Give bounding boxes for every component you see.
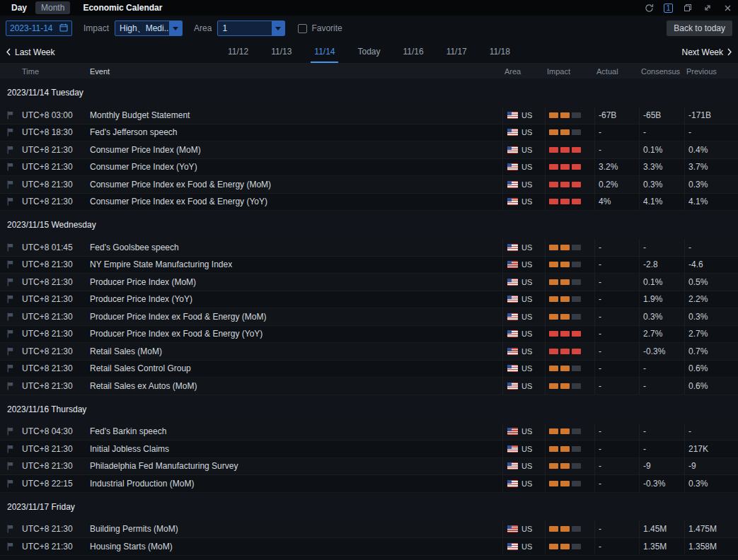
bookmark-flag-icon[interactable] bbox=[7, 462, 13, 470]
bookmark-cell bbox=[0, 445, 20, 453]
day-tab-today[interactable]: Today bbox=[354, 41, 384, 63]
tab-month[interactable]: Month bbox=[35, 1, 70, 14]
event-row[interactable]: UTC+8 18:30Fed's Jefferson speechUS--- bbox=[0, 124, 738, 142]
bookmark-flag-icon[interactable] bbox=[7, 146, 13, 154]
impact-bar bbox=[572, 446, 581, 452]
day-tab-1117[interactable]: 11/17 bbox=[443, 41, 471, 63]
bookmark-flag-icon[interactable] bbox=[7, 243, 13, 252]
back-to-today-button[interactable]: Back to today bbox=[667, 21, 732, 36]
bookmark-flag-icon[interactable] bbox=[7, 382, 13, 390]
bookmark-flag-icon[interactable] bbox=[7, 525, 13, 533]
event-row[interactable]: UTC+8 21:30Initial Jobless ClaimsUS--217… bbox=[0, 441, 738, 458]
filter-bar: 2023-11-14 Impact High、Medi... Area 1 Fa… bbox=[0, 16, 738, 41]
impact-bar bbox=[572, 129, 581, 135]
us-flag-icon bbox=[507, 480, 518, 487]
event-time: UTC+8 21:30 bbox=[20, 381, 85, 391]
event-row[interactable]: UTC+8 21:30Producer Price Index ex Food … bbox=[0, 308, 738, 326]
bookmark-cell bbox=[0, 364, 20, 373]
close-icon[interactable] bbox=[722, 3, 732, 13]
consensus-value: 1.9% bbox=[639, 291, 684, 308]
consensus-value: - bbox=[639, 424, 684, 441]
bookmark-flag-icon[interactable] bbox=[7, 479, 13, 488]
restore-icon[interactable] bbox=[683, 3, 693, 13]
event-time: UTC+8 21:30 bbox=[20, 329, 85, 339]
event-row[interactable]: UTC+8 21:30Producer Price Index (MoM)US-… bbox=[0, 274, 738, 291]
bookmark-flag-icon[interactable] bbox=[7, 347, 13, 356]
day-tab-1112[interactable]: 11/12 bbox=[224, 41, 252, 63]
event-row[interactable]: UTC+8 21:30Retail Sales Control GroupUS-… bbox=[0, 361, 738, 378]
chevron-down-icon bbox=[272, 21, 284, 35]
event-row[interactable]: UTC+8 03:00Monthly Budget StatementUS-67… bbox=[0, 107, 738, 124]
previous-value: - bbox=[684, 424, 738, 441]
bookmark-flag-icon[interactable] bbox=[7, 542, 13, 551]
bookmark-flag-icon[interactable] bbox=[7, 278, 13, 286]
bookmark-flag-icon[interactable] bbox=[7, 197, 13, 206]
event-row[interactable]: UTC+8 21:30Building Permits (MoM)US-1.45… bbox=[0, 521, 738, 539]
area-label: US bbox=[521, 128, 532, 136]
event-name: Retail Sales (MoM) bbox=[85, 346, 502, 356]
event-row[interactable]: UTC+8 21:30Housing Starts (MoM)US-1.35M1… bbox=[0, 538, 738, 556]
event-row[interactable]: UTC+8 21:30Retail Sales (MoM)US--0.3%0.7… bbox=[0, 343, 738, 361]
last-week-button[interactable]: Last Week bbox=[6, 41, 224, 63]
refresh-icon[interactable] bbox=[644, 3, 654, 13]
impact-bar bbox=[572, 245, 581, 250]
impact-bar bbox=[572, 199, 581, 204]
actual-value: - bbox=[594, 475, 639, 492]
bookmark-flag-icon[interactable] bbox=[7, 329, 13, 338]
event-row[interactable]: UTC+8 21:30Consumer Price Index (MoM)US-… bbox=[0, 141, 738, 159]
impact-bar bbox=[572, 262, 581, 267]
us-flag-icon bbox=[507, 244, 518, 251]
date-picker[interactable]: 2023-11-14 bbox=[6, 21, 72, 36]
event-row[interactable]: UTC+8 21:30Philadelphia Fed Manufacturin… bbox=[0, 458, 738, 476]
area-select[interactable]: 1 bbox=[217, 21, 285, 36]
bookmark-flag-icon[interactable] bbox=[7, 427, 13, 436]
consensus-value: - bbox=[639, 441, 684, 457]
event-row[interactable]: UTC+8 22:15Industrial Production (MoM)US… bbox=[0, 475, 738, 493]
impact-select[interactable]: High、Medi... bbox=[115, 21, 183, 36]
impact-indicator bbox=[545, 378, 594, 395]
bookmark-flag-icon[interactable] bbox=[7, 313, 13, 321]
area-filter-label: Area bbox=[194, 23, 212, 33]
impact-bar bbox=[560, 331, 570, 337]
event-row[interactable]: UTC+8 21:30Producer Price Index (YoY)US-… bbox=[0, 291, 738, 309]
actual-value: - bbox=[594, 291, 639, 308]
bookmark-flag-icon[interactable] bbox=[7, 445, 13, 453]
bookmark-flag-icon[interactable] bbox=[7, 128, 13, 136]
tab-day[interactable]: Day bbox=[6, 1, 33, 14]
bookmark-flag-icon[interactable] bbox=[7, 364, 13, 373]
layout-count-badge[interactable]: 1 bbox=[664, 4, 673, 13]
day-tab-1118[interactable]: 11/18 bbox=[486, 41, 514, 63]
day-tab-group: 11/12 11/13 11/14 Today 11/16 11/17 11/1… bbox=[224, 41, 514, 63]
bookmark-flag-icon[interactable] bbox=[7, 295, 13, 303]
table-header: Time Event Area Impact Actual Consensus … bbox=[0, 64, 738, 78]
next-week-button[interactable]: Next Week bbox=[514, 41, 732, 63]
favorite-checkbox[interactable] bbox=[298, 24, 307, 33]
favorite-filter[interactable]: Favorite bbox=[298, 23, 342, 33]
previous-value: 0.4% bbox=[684, 141, 738, 158]
consensus-value: - bbox=[639, 361, 684, 378]
expand-icon[interactable] bbox=[703, 3, 713, 13]
event-row[interactable]: UTC+8 21:30Producer Price Index ex Food … bbox=[0, 326, 738, 344]
event-row[interactable]: UTC+8 21:30Retail Sales ex Autos (MoM)US… bbox=[0, 378, 738, 395]
day-tab-1114[interactable]: 11/14 bbox=[311, 41, 338, 63]
bookmark-flag-icon[interactable] bbox=[7, 260, 13, 269]
event-row[interactable]: UTC+8 21:30Consumer Price Index ex Food … bbox=[0, 194, 738, 211]
calendar-table: Time Event Area Impact Actual Consensus … bbox=[0, 64, 738, 560]
day-tab-1116[interactable]: 11/16 bbox=[400, 41, 427, 63]
event-row[interactable]: UTC+8 21:30Consumer Price Index (YoY)US3… bbox=[0, 159, 738, 177]
event-time: UTC+8 21:30 bbox=[20, 259, 85, 269]
bookmark-flag-icon[interactable] bbox=[7, 163, 13, 171]
event-time: UTC+8 18:30 bbox=[20, 127, 85, 137]
bookmark-flag-icon[interactable] bbox=[7, 111, 13, 119]
event-row[interactable]: UTC+8 21:30Consumer Price Index ex Food … bbox=[0, 176, 738, 194]
impact-select-value: High、Medi... bbox=[115, 23, 169, 35]
event-row[interactable]: UTC+8 04:30Fed's Barkin speechUS--- bbox=[0, 424, 738, 441]
event-row[interactable]: UTC+8 01:45Fed's Goolsbee speechUS--- bbox=[0, 239, 738, 257]
consensus-value: 0.1% bbox=[639, 141, 684, 158]
impact-bar bbox=[560, 544, 570, 549]
event-row[interactable]: UTC+8 21:30NY Empire State Manufacturing… bbox=[0, 257, 738, 274]
bookmark-flag-icon[interactable] bbox=[7, 180, 13, 189]
day-tab-1113[interactable]: 11/13 bbox=[267, 41, 295, 63]
event-area: US bbox=[502, 239, 545, 256]
date-section-header: 2023/11/14 Tuesday bbox=[0, 78, 738, 107]
